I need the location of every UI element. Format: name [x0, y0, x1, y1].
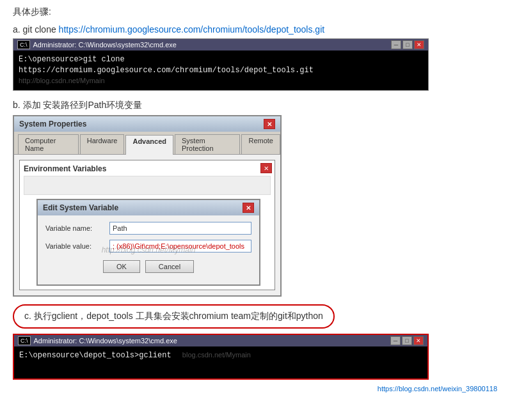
var-name-row: Variable name: — [45, 222, 251, 235]
tab-computer-name[interactable]: Computer Name — [18, 134, 79, 154]
cmd-watermark-c: blog.csdn.net/Mymain — [182, 351, 251, 359]
edit-var-title: Edit System Variable — [43, 203, 118, 212]
step-c-oval: c. 执行gclient，depot_tools 工具集会安装chromium … — [13, 304, 335, 329]
tab-hardware[interactable]: Hardware — [80, 134, 125, 154]
cmd-icon-c: C:\ — [18, 336, 31, 345]
env-vars-blurred — [24, 176, 271, 195]
step-a-text: a. git clone — [13, 24, 59, 35]
cmd-max-a[interactable]: □ — [402, 40, 413, 49]
cmd-text-c: E:\opensource\depot_tools>gclient — [19, 351, 171, 360]
cmd-close-c[interactable]: ✕ — [413, 336, 424, 345]
cmd-icon-a: C:\ — [17, 40, 30, 49]
cmd-min-a[interactable]: ─ — [391, 40, 401, 49]
cmd-watermark-a: http://blog.csdn.net/Mymain — [19, 77, 105, 84]
dialogs-container: System Properties ✕ Computer Name Hardwa… — [13, 115, 294, 297]
var-value-input[interactable] — [109, 240, 251, 253]
system-props-tabs: Computer Name Hardware Advanced System P… — [14, 132, 280, 155]
step-c-wrapper: c. 执行gclient，depot_tools 工具集会安装chromium … — [13, 304, 497, 380]
cmd-titlebar-c: C:\ Administrator: C:\Windows\system32\c… — [14, 335, 427, 346]
tab-remote[interactable]: Remote — [241, 134, 280, 154]
cmd-title-c: Administrator: C:\Windows\system32\cmd.e… — [34, 337, 177, 345]
system-props-body: Environment Variables ✕ Edit System Vari… — [14, 155, 280, 295]
var-name-label: Variable name: — [45, 224, 109, 232]
ok-button[interactable]: OK — [103, 260, 140, 273]
edit-var-close[interactable]: ✕ — [243, 203, 254, 213]
system-props-titlebar: System Properties ✕ — [14, 116, 280, 132]
cmd-window-a: C:\ Administrator: C:\Windows\system32\c… — [13, 38, 429, 91]
cmd-close-a[interactable]: ✕ — [414, 40, 424, 49]
var-value-row: Variable value: — [45, 240, 251, 253]
tab-system-protection[interactable]: System Protection — [175, 134, 240, 154]
bottom-watermark: https://blog.csdn.net/weixin_39800118 — [13, 385, 497, 393]
step-a-label: a. git clone https://chromium.googlesour… — [13, 24, 497, 35]
system-props-close[interactable]: ✕ — [264, 119, 275, 129]
var-name-input[interactable] — [109, 222, 251, 235]
cmd-max-c[interactable]: □ — [402, 336, 412, 345]
step-c-label: c. 执行gclient，depot_tools 工具集会安装chromium … — [24, 311, 323, 321]
edit-var-titlebar: Edit System Variable ✕ — [38, 200, 259, 215]
tab-advanced[interactable]: Advanced — [125, 135, 173, 155]
cmd-window-c: C:\ Administrator: C:\Windows\system32\c… — [13, 334, 429, 380]
section-title: 具体步骤: — [13, 6, 497, 18]
cmd-body-a: E:\opensource>git clone https://chromium… — [13, 51, 428, 90]
var-value-label: Variable value: — [45, 242, 109, 250]
cancel-button[interactable]: Cancel — [145, 260, 194, 273]
cmd-body-c: E:\opensource\depot_tools>gclient blog.c… — [14, 346, 427, 378]
cmd-title-a: Administrator: C:\Windows\system32\cmd.e… — [33, 41, 177, 49]
system-props-dialog: System Properties ✕ Computer Name Hardwa… — [13, 115, 282, 297]
edit-var-body: http://blog.csdn.net/Mymain Variable nam… — [38, 215, 259, 284]
env-vars-section: Environment Variables ✕ Edit System Vari… — [19, 160, 275, 290]
step-a-link[interactable]: https://chromium.googlesource.com/chromi… — [59, 24, 325, 35]
env-vars-title: Environment Variables — [24, 164, 271, 173]
edit-var-dialog: Edit System Variable ✕ http://blog.csdn.… — [36, 199, 260, 286]
env-close[interactable]: ✕ — [260, 163, 272, 173]
cmd-min-c[interactable]: ─ — [390, 336, 401, 345]
cmd-text-a: E:\opensource>git clone https://chromium… — [19, 55, 314, 75]
cmd-titlebar-a: C:\ Administrator: C:\Windows\system32\c… — [13, 39, 428, 51]
step-b-label: b. 添加 安装路径到Path环境变量 — [13, 100, 497, 111]
system-props-title: System Properties — [19, 120, 86, 128]
edit-var-buttons: OK Cancel — [45, 258, 251, 278]
